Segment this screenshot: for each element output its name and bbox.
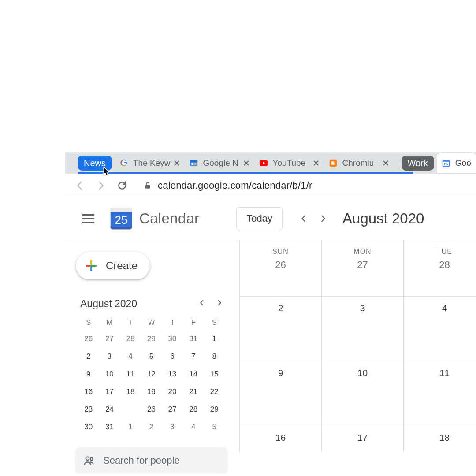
mini-next-button[interactable]	[216, 299, 226, 309]
mini-dow-cell: T	[162, 319, 182, 327]
grid-day-cell[interactable]: 10	[321, 361, 403, 426]
mini-day-cell[interactable]: 2	[78, 351, 99, 362]
google-news-icon	[189, 158, 199, 168]
mini-dow-cell: M	[100, 319, 120, 327]
close-icon[interactable]	[382, 160, 389, 167]
close-icon[interactable]	[173, 160, 180, 167]
calendar-logo-icon: 25	[110, 208, 132, 230]
app-title: Calendar	[139, 210, 199, 227]
mini-dow-cell: W	[141, 319, 162, 327]
mini-dow-row: SMTWTFS	[75, 319, 228, 327]
mouse-cursor-icon	[103, 166, 111, 178]
mini-day-cell[interactable]: 19	[141, 387, 162, 397]
mini-day-cell[interactable]: 28	[120, 334, 141, 344]
mini-day-cell[interactable]: 3	[162, 422, 182, 432]
mini-day-cell[interactable]: 15	[204, 369, 224, 379]
mini-day-cell[interactable]: 5	[141, 351, 162, 362]
search-people-input[interactable]: Search for people	[75, 447, 228, 474]
mini-day-cell[interactable]: 7	[183, 351, 204, 362]
grid-day-header[interactable]: MON27	[321, 240, 403, 296]
mini-day-cell[interactable]: 4	[120, 351, 141, 362]
close-icon[interactable]	[243, 160, 250, 167]
mini-day-cell[interactable]: 20	[162, 387, 182, 397]
mini-day-cell[interactable]: 11	[120, 369, 141, 379]
tab-group-work[interactable]: Work	[402, 156, 434, 171]
mini-day-cell[interactable]: 25	[120, 404, 141, 415]
tab-title: Chromiu	[342, 158, 379, 168]
mini-day-cell[interactable]: 17	[100, 387, 120, 397]
grid-day-cell[interactable]: 17	[321, 426, 403, 453]
mini-day-cell[interactable]: 18	[120, 387, 141, 397]
date-number: 28	[404, 259, 476, 271]
mini-day-cell[interactable]: 29	[141, 334, 162, 344]
dow-label: TUE	[404, 248, 476, 256]
mini-day-cell[interactable]: 31	[183, 334, 204, 344]
mini-day-cell[interactable]: 4	[183, 422, 204, 432]
mini-day-cell[interactable]: 13	[162, 369, 182, 379]
mini-day-cell[interactable]: 31	[100, 422, 120, 432]
mini-day-cell[interactable]: 1	[204, 334, 224, 344]
blogger-icon	[328, 158, 338, 168]
mini-day-cell[interactable]: 9	[78, 369, 99, 379]
browser-tab-strip: News The Keyw Google N YouTube	[65, 152, 476, 174]
mini-day-cell[interactable]: 16	[78, 387, 99, 397]
mini-calendar-grid[interactable]: 2627282930311234567891011121314151617181…	[75, 334, 228, 432]
tab-google-news[interactable]: Google N	[185, 153, 254, 173]
address-bar[interactable]: calendar.google.com/calendar/b/1/r	[144, 180, 312, 191]
mini-day-cell[interactable]: 26	[78, 334, 99, 344]
forward-button[interactable]	[93, 178, 108, 193]
mini-dow-cell: S	[78, 319, 99, 327]
reload-button[interactable]	[115, 178, 130, 193]
next-month-button[interactable]	[313, 209, 333, 228]
svg-rect-11	[145, 185, 150, 188]
tab-title: The Keyw	[133, 158, 170, 168]
grid-day-header[interactable]: SUN26	[239, 240, 321, 296]
mini-day-cell[interactable]: 26	[141, 404, 162, 415]
mini-day-cell[interactable]: 30	[78, 422, 99, 432]
tab-youtube[interactable]: YouTube	[254, 153, 324, 173]
mini-day-cell[interactable]: 27	[100, 334, 120, 344]
tab-title: Goo	[455, 158, 472, 168]
mini-day-cell[interactable]: 24	[100, 404, 120, 415]
tab-google-calendar[interactable]: 25 Goo	[437, 153, 476, 173]
mini-dow-cell: S	[204, 319, 224, 327]
mini-day-cell[interactable]: 2	[141, 422, 162, 432]
mini-day-cell[interactable]: 10	[100, 369, 120, 379]
mini-day-cell[interactable]: 23	[78, 404, 99, 415]
grid-day-header[interactable]: TUE28	[403, 240, 476, 296]
mini-day-cell[interactable]: 30	[162, 334, 182, 344]
mini-day-cell[interactable]: 22	[204, 387, 224, 397]
today-button[interactable]: Today	[236, 207, 283, 230]
grid-day-cell[interactable]: 18	[403, 426, 476, 453]
grid-day-cell[interactable]: 2	[239, 297, 321, 361]
tab-the-keyword[interactable]: The Keyw	[115, 153, 184, 173]
mini-day-cell[interactable]: 6	[162, 351, 182, 362]
calendar-icon: 25	[441, 158, 451, 168]
grid-day-cell[interactable]: 11	[403, 361, 476, 426]
mini-day-cell[interactable]: 29	[204, 404, 224, 415]
grid-day-cell[interactable]: 4	[403, 297, 476, 361]
mini-day-cell[interactable]: 14	[183, 369, 204, 379]
mini-day-cell[interactable]: 3	[100, 351, 120, 362]
mini-day-cell[interactable]: 1	[120, 422, 141, 432]
mini-day-cell[interactable]: 28	[183, 404, 204, 415]
grid-day-cell[interactable]: 3	[321, 297, 403, 361]
close-icon[interactable]	[312, 160, 320, 167]
main-menu-icon[interactable]	[82, 214, 94, 223]
back-button[interactable]	[72, 178, 87, 193]
mini-day-cell[interactable]: 5	[204, 422, 224, 432]
tab-chromium[interactable]: Chromiu	[324, 153, 394, 173]
month-nav	[294, 209, 333, 228]
current-month-label: August 2020	[342, 210, 424, 227]
prev-month-button[interactable]	[294, 209, 313, 228]
mini-day-cell[interactable]: 8	[204, 351, 224, 362]
mini-day-cell[interactable]: 27	[162, 404, 182, 415]
grid-day-cell[interactable]: 16	[239, 426, 321, 453]
mini-day-cell[interactable]: 12	[141, 369, 162, 379]
mini-prev-button[interactable]	[198, 299, 208, 309]
grid-day-cell[interactable]: 9	[239, 361, 321, 426]
mini-day-cell[interactable]: 21	[183, 387, 204, 397]
create-button[interactable]: Create	[76, 252, 150, 279]
svg-rect-5	[194, 163, 196, 165]
search-placeholder: Search for people	[103, 455, 180, 466]
